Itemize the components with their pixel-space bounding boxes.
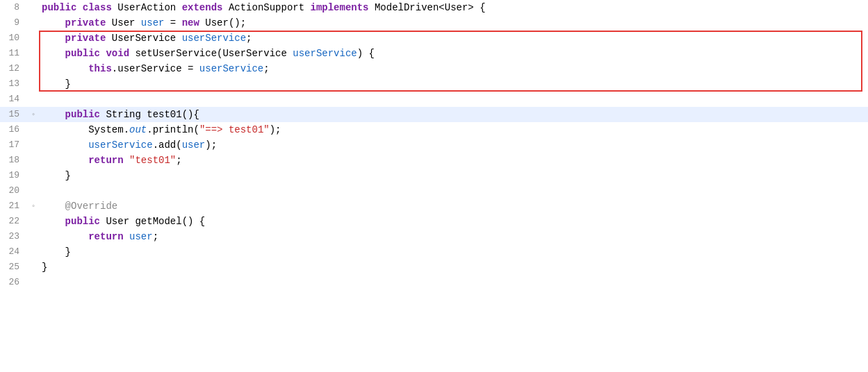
fold-indicator: ◦ bbox=[28, 198, 39, 214]
fold-indicator bbox=[28, 214, 39, 229]
code-token: void bbox=[106, 46, 135, 61]
code-token: ; bbox=[246, 31, 252, 46]
code-token: <User> bbox=[439, 1, 473, 15]
code-token: ; bbox=[153, 230, 158, 244]
code-token: } bbox=[42, 169, 71, 183]
fold-indicator bbox=[28, 0, 39, 15]
code-content: System.out.println("==> test01"); bbox=[39, 122, 868, 137]
line-number: 13 bbox=[0, 76, 28, 92]
fold-indicator bbox=[28, 275, 39, 290]
code-token: .println( bbox=[147, 123, 199, 137]
code-token: out bbox=[129, 123, 147, 137]
code-token: return bbox=[88, 230, 129, 244]
code-token: } bbox=[42, 260, 47, 275]
code-token: User bbox=[106, 214, 135, 229]
line-number: 14 bbox=[0, 92, 28, 107]
code-token bbox=[42, 62, 88, 76]
code-token: user bbox=[182, 138, 206, 153]
code-line: 14 bbox=[0, 92, 868, 107]
fold-indicator: ◦ bbox=[28, 107, 39, 122]
fold-indicator bbox=[28, 244, 39, 260]
fold-indicator bbox=[28, 183, 39, 198]
code-line: 16 System.out.println("==> test01"); bbox=[0, 122, 868, 137]
fold-indicator bbox=[28, 122, 39, 137]
code-token: @Override bbox=[42, 199, 117, 214]
code-token: userService bbox=[199, 62, 263, 76]
code-line: 23 return user; bbox=[0, 229, 868, 244]
code-token: .userService = bbox=[112, 62, 199, 76]
code-content: public void setUserService(UserService u… bbox=[39, 46, 868, 61]
fold-indicator bbox=[28, 31, 39, 46]
fold-indicator bbox=[28, 168, 39, 183]
code-token: ; bbox=[263, 62, 269, 76]
code-token: class bbox=[83, 1, 117, 15]
code-token: } bbox=[42, 245, 71, 260]
code-content: private UserService userService; bbox=[39, 31, 868, 46]
fold-indicator bbox=[28, 61, 39, 76]
code-line: 26 bbox=[0, 275, 868, 290]
code-content: } bbox=[39, 76, 868, 92]
code-line: 10 private UserService userService; bbox=[0, 31, 868, 46]
code-token bbox=[42, 31, 65, 46]
code-token: return bbox=[88, 153, 129, 168]
code-content: public String test01(){ bbox=[39, 107, 868, 122]
line-number: 21 bbox=[0, 198, 28, 214]
line-number: 24 bbox=[0, 244, 28, 260]
code-token: User(); bbox=[205, 16, 246, 31]
fold-indicator bbox=[28, 76, 39, 92]
fold-indicator bbox=[28, 229, 39, 244]
code-content: return user; bbox=[39, 229, 868, 244]
code-token: String bbox=[106, 108, 147, 122]
code-token: ; bbox=[176, 153, 181, 168]
code-token bbox=[42, 108, 65, 122]
code-token: { bbox=[474, 1, 486, 15]
code-token: setUserService(UserService bbox=[135, 46, 293, 61]
code-token: public bbox=[65, 108, 106, 122]
line-number: 17 bbox=[0, 137, 28, 153]
code-editor: 8public class UserAction extends ActionS… bbox=[0, 0, 868, 372]
code-line: 20 bbox=[0, 183, 868, 198]
code-token: implements bbox=[311, 1, 375, 15]
code-content: } bbox=[39, 260, 868, 275]
code-token bbox=[42, 123, 88, 137]
code-token: ); bbox=[270, 123, 281, 137]
code-content: } bbox=[39, 244, 868, 260]
line-number: 25 bbox=[0, 260, 28, 275]
code-token: public bbox=[65, 46, 106, 61]
code-token: public bbox=[65, 214, 106, 229]
code-line: 22 public User getModel() { bbox=[0, 214, 868, 229]
line-number: 23 bbox=[0, 229, 28, 244]
code-content: this.userService = userService; bbox=[39, 61, 868, 76]
code-content: public class UserAction extends ActionSu… bbox=[39, 0, 868, 15]
code-token: ) { bbox=[357, 46, 375, 61]
code-line: 8public class UserAction extends ActionS… bbox=[0, 0, 868, 15]
line-number: 9 bbox=[0, 15, 28, 31]
fold-indicator bbox=[28, 153, 39, 168]
line-number: 19 bbox=[0, 168, 28, 183]
code-token bbox=[42, 138, 88, 153]
line-number: 22 bbox=[0, 214, 28, 229]
code-content: private User user = new User(); bbox=[39, 15, 868, 31]
fold-indicator bbox=[28, 15, 39, 31]
line-number: 18 bbox=[0, 153, 28, 168]
code-token: this bbox=[88, 62, 112, 76]
code-token: ActionSupport bbox=[229, 1, 311, 15]
code-token: userService bbox=[293, 46, 357, 61]
code-token: private bbox=[65, 16, 112, 31]
line-number: 11 bbox=[0, 46, 28, 61]
code-token: System. bbox=[88, 123, 129, 137]
code-token bbox=[42, 153, 88, 168]
code-token: = bbox=[164, 16, 181, 31]
code-token: getModel() { bbox=[135, 214, 205, 229]
code-line: 11 public void setUserService(UserServic… bbox=[0, 46, 868, 61]
code-token: private bbox=[65, 31, 112, 46]
code-content: } bbox=[39, 168, 868, 183]
code-token: "==> test01" bbox=[199, 123, 270, 137]
code-token: user bbox=[141, 16, 165, 31]
code-token: "test01" bbox=[129, 153, 176, 168]
code-token: user bbox=[129, 230, 153, 244]
line-number: 26 bbox=[0, 275, 28, 290]
code-token: public bbox=[42, 1, 83, 15]
code-line: 18 return "test01"; bbox=[0, 153, 868, 168]
code-line: 25} bbox=[0, 260, 868, 275]
